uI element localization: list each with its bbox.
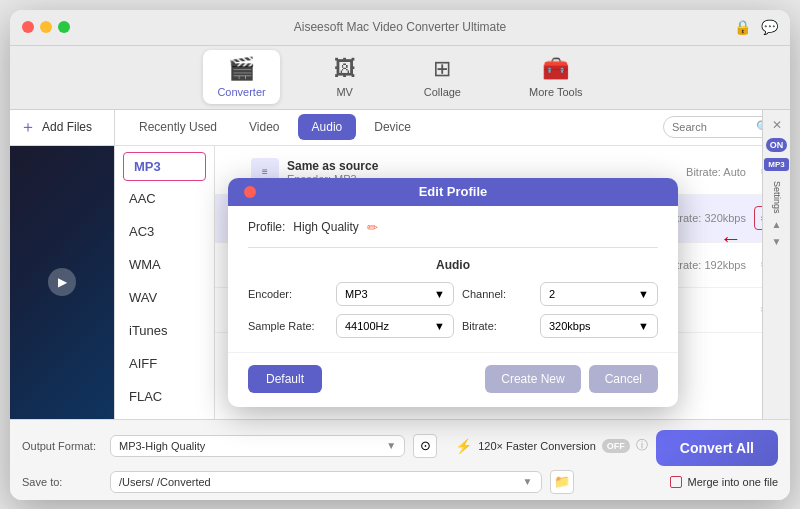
audio-section-title: Audio bbox=[248, 258, 658, 272]
tab-bar: Recently Used Video Audio Device 🔍 bbox=[115, 110, 790, 146]
channel-label: Channel: bbox=[462, 288, 532, 300]
play-button[interactable]: ▶ bbox=[48, 268, 76, 296]
lightning-icon: ⚡ bbox=[455, 438, 472, 454]
encoder-select[interactable]: MP3 ▼ bbox=[336, 282, 454, 306]
output-format-value: MP3-High Quality bbox=[119, 440, 205, 452]
sample-rate-select[interactable]: 44100Hz ▼ bbox=[336, 314, 454, 338]
profile-value: High Quality bbox=[293, 220, 358, 234]
bitrate-arrow: ▼ bbox=[638, 320, 649, 332]
output-folder-button[interactable]: ⊙ bbox=[413, 434, 437, 458]
more-tools-icon: 🧰 bbox=[542, 56, 569, 82]
bitrate-select[interactable]: 320kbps ▼ bbox=[540, 314, 658, 338]
right-toggle-panel: ✕ ON MP3 Settings ▲ ▼ bbox=[762, 110, 790, 419]
sidebar-item-mp3[interactable]: MP3 bbox=[123, 152, 206, 181]
save-to-row: Save to: /Users/ /Converted ▼ 📁 Merge in… bbox=[22, 470, 778, 494]
channel-value: 2 bbox=[549, 288, 555, 300]
tab-recently-used[interactable]: Recently Used bbox=[125, 114, 231, 140]
sidebar-item-wma[interactable]: WMA bbox=[115, 249, 214, 280]
add-files-label: Add Files bbox=[42, 120, 92, 134]
output-format-label: Output Format: bbox=[22, 440, 102, 452]
tab-audio[interactable]: Audio bbox=[298, 114, 357, 140]
dialog-body: Profile: High Quality ✏ Audio Encoder: M… bbox=[228, 206, 678, 352]
file-thumb-image: ▶ bbox=[10, 146, 114, 419]
toolbar-more-tools[interactable]: 🧰 More Tools bbox=[515, 50, 597, 104]
converter-icon: 🎬 bbox=[228, 56, 255, 82]
chevron-up-icon[interactable]: ▲ bbox=[772, 219, 782, 230]
plus-icon: ＋ bbox=[20, 117, 36, 138]
merge-row: Merge into one file bbox=[670, 476, 779, 488]
collage-icon: ⊞ bbox=[433, 56, 451, 82]
app-window: Aiseesoft Mac Video Converter Ultimate 🔒… bbox=[10, 10, 790, 500]
right-panel-close[interactable]: ✕ bbox=[772, 118, 782, 132]
bitrate-value: 320kbps bbox=[549, 320, 591, 332]
lock-icon[interactable]: 🔒 bbox=[734, 19, 751, 35]
edit-profile-dialog: Edit Profile Profile: High Quality ✏ Aud… bbox=[228, 178, 678, 407]
sidebar-item-aac[interactable]: AAC bbox=[115, 183, 214, 214]
create-new-button[interactable]: Create New bbox=[485, 365, 580, 393]
edit-pencil-icon[interactable]: ✏ bbox=[367, 220, 378, 235]
output-format-select[interactable]: MP3-High Quality ▼ bbox=[110, 435, 405, 457]
file-panel: ＋ Add Files ▶ bbox=[10, 110, 115, 419]
toolbar-converter[interactable]: 🎬 Converter bbox=[203, 50, 279, 104]
sidebar-item-wav[interactable]: WAV bbox=[115, 282, 214, 313]
faster-conversion: ⚡ 120× Faster Conversion OFF ⓘ bbox=[455, 437, 648, 454]
toolbar: 🎬 Converter 🖼 MV ⊞ Collage 🧰 More Tools bbox=[10, 46, 790, 110]
sidebar-item-itunes[interactable]: iTunes bbox=[115, 315, 214, 346]
profile-label: Profile: bbox=[248, 220, 285, 234]
toolbar-collage[interactable]: ⊞ Collage bbox=[410, 50, 475, 104]
channel-arrow: ▼ bbox=[638, 288, 649, 300]
profile-row: Profile: High Quality ✏ bbox=[248, 220, 658, 235]
toolbar-mv[interactable]: 🖼 MV bbox=[320, 50, 370, 104]
save-to-folder-button[interactable]: 📁 bbox=[550, 470, 574, 494]
encoder-label: Encoder: bbox=[248, 288, 328, 300]
tab-device[interactable]: Device bbox=[360, 114, 425, 140]
converter-label: Converter bbox=[217, 86, 265, 98]
sidebar-item-flac[interactable]: FLAC bbox=[115, 381, 214, 412]
toggle-on-badge[interactable]: ON bbox=[766, 138, 788, 152]
maximize-button[interactable] bbox=[58, 21, 70, 33]
output-select-arrow: ▼ bbox=[386, 440, 396, 451]
format-bitrate-same: Bitrate: Auto bbox=[686, 166, 746, 178]
bitrate-label: Bitrate: bbox=[462, 320, 532, 332]
app-title: Aiseesoft Mac Video Converter Ultimate bbox=[294, 20, 507, 34]
close-button[interactable] bbox=[22, 21, 34, 33]
format-sidebar: MP3 AAC AC3 WMA WAV iTunes AIFF FLAC MKA bbox=[115, 146, 215, 419]
sidebar-item-mka[interactable]: MKA bbox=[115, 414, 214, 419]
more-tools-label: More Tools bbox=[529, 86, 583, 98]
output-format-row: Output Format: MP3-High Quality ▼ ⊙ ⚡ 12… bbox=[22, 426, 778, 466]
dialog-actions: Create New Cancel bbox=[485, 365, 658, 393]
save-to-select[interactable]: /Users/ /Converted ▼ bbox=[110, 471, 542, 493]
convert-all-button[interactable]: Convert All bbox=[656, 430, 778, 466]
dialog-header: Edit Profile bbox=[228, 178, 678, 206]
channel-select[interactable]: 2 ▼ bbox=[540, 282, 658, 306]
file-thumbnail: ▶ bbox=[10, 146, 114, 419]
chevron-down-icon[interactable]: ▼ bbox=[772, 236, 782, 247]
mv-label: MV bbox=[336, 86, 353, 98]
encoder-arrow: ▼ bbox=[434, 288, 445, 300]
encoder-value: MP3 bbox=[345, 288, 368, 300]
message-icon[interactable]: 💬 bbox=[761, 19, 778, 35]
title-bar: Aiseesoft Mac Video Converter Ultimate 🔒… bbox=[10, 10, 790, 46]
dialog-title: Edit Profile bbox=[419, 184, 488, 199]
merge-label: Merge into one file bbox=[688, 476, 779, 488]
merge-checkbox[interactable] bbox=[670, 476, 682, 488]
search-input[interactable] bbox=[672, 121, 752, 133]
faster-info-icon[interactable]: ⓘ bbox=[636, 437, 648, 454]
save-to-arrow: ▼ bbox=[523, 476, 533, 487]
dialog-close-button[interactable] bbox=[244, 186, 256, 198]
dialog-footer: Default Create New Cancel bbox=[228, 352, 678, 407]
add-files-button[interactable]: ＋ Add Files bbox=[10, 110, 114, 146]
mv-icon: 🖼 bbox=[334, 56, 356, 82]
sidebar-item-ac3[interactable]: AC3 bbox=[115, 216, 214, 247]
sidebar-item-aiff[interactable]: AIFF bbox=[115, 348, 214, 379]
title-bar-icons: 🔒 💬 bbox=[734, 19, 778, 35]
cancel-button[interactable]: Cancel bbox=[589, 365, 658, 393]
audio-section: Audio Encoder: MP3 ▼ Channel: 2 ▼ Sample… bbox=[248, 247, 658, 338]
default-button[interactable]: Default bbox=[248, 365, 322, 393]
faster-toggle[interactable]: OFF bbox=[602, 439, 630, 453]
tab-video[interactable]: Video bbox=[235, 114, 293, 140]
format-name-same: Same as source bbox=[287, 159, 678, 173]
form-grid: Encoder: MP3 ▼ Channel: 2 ▼ Sample Rate: bbox=[248, 282, 658, 338]
mp3-badge: MP3 bbox=[764, 158, 788, 171]
minimize-button[interactable] bbox=[40, 21, 52, 33]
